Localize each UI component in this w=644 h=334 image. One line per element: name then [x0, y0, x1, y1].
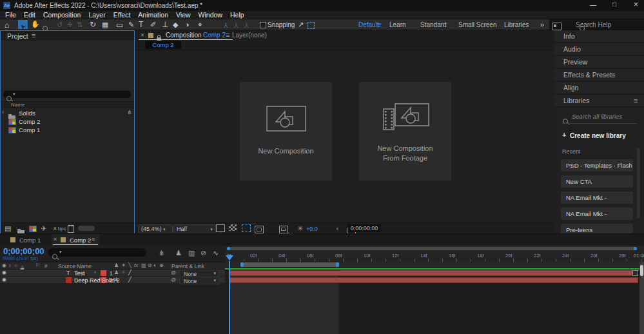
rectangle-tool[interactable]: ▭	[116, 21, 123, 29]
resolution-dropdown[interactable]: Half ▾	[173, 224, 216, 234]
new-composition-from-footage-card[interactable]: New Composition From Footage	[359, 82, 451, 181]
close-tab-icon[interactable]: ×	[54, 237, 57, 242]
tab-project[interactable]: Project	[7, 32, 28, 40]
pickwhip-icon[interactable]: @	[171, 270, 176, 275]
work-area-bar[interactable]	[240, 262, 339, 267]
help-search-input[interactable]: Search Help	[576, 21, 611, 28]
scrollbar-left-handle[interactable]	[227, 247, 230, 250]
tab-layer-label[interactable]: Layer	[232, 32, 248, 39]
playhead-line[interactable]	[229, 261, 230, 334]
roto-brush-tool[interactable]: ◑	[185, 21, 190, 28]
close-button[interactable]: ×	[634, 1, 638, 8]
workspace-menu-icon[interactable]: ≡	[378, 21, 382, 28]
menu-file[interactable]: File	[5, 11, 16, 19]
comp-marker-bin-icon[interactable]	[632, 270, 638, 276]
collapse-switch-icon[interactable]: ☀	[121, 270, 126, 275]
panel-tab-libraries[interactable]: Libraries	[554, 95, 644, 107]
color-depth-button[interactable]: 8 bpc	[54, 226, 66, 231]
workspace-overflow-icon[interactable]: »	[540, 21, 544, 28]
label-color-swatch[interactable]	[101, 270, 106, 276]
workspace-standard[interactable]: Standard	[420, 21, 447, 28]
orbit-camera-tool[interactable]: ↺	[57, 21, 63, 28]
column-name[interactable]: Name	[11, 102, 24, 108]
quality-switch-icon[interactable]: ╱	[128, 277, 132, 282]
eye-icon[interactable]: ◉	[2, 277, 6, 282]
menu-effect[interactable]: Effect	[113, 11, 131, 19]
current-timecode[interactable]: 0;00;00;00	[3, 246, 44, 256]
panel-tab-info[interactable]: Info	[554, 30, 644, 43]
dolly-camera-tool[interactable]: ⇅	[77, 21, 83, 28]
recent-library-item[interactable]: New CTA	[561, 175, 633, 188]
type-tool[interactable]: T	[139, 21, 143, 28]
timeline-tab-comp2[interactable]: × Comp 2 ≡	[52, 234, 99, 246]
vertical-scrollbar-thumb[interactable]	[640, 265, 643, 276]
menu-window[interactable]: Window	[199, 11, 222, 19]
panel-menu-icon[interactable]: ≡	[226, 32, 229, 39]
menu-help[interactable]: Help	[230, 11, 244, 19]
transparency-grid-icon[interactable]	[229, 224, 237, 231]
project-item-solids[interactable]: › Solids ⋔	[1, 109, 134, 117]
panel-tab-preview[interactable]: Preview	[554, 56, 644, 68]
horizontal-zoom-scrollbar[interactable]	[227, 247, 637, 250]
menu-view[interactable]: View	[176, 11, 191, 19]
tab-composition-label[interactable]: Composition	[166, 32, 202, 39]
quality-switch-icon[interactable]: ╱	[128, 270, 132, 275]
graph-editor-icon[interactable]: ∿	[213, 250, 219, 257]
safe-margins-icon[interactable]	[255, 226, 264, 233]
eraser-tool[interactable]: ◆	[173, 21, 178, 28]
maximize-button[interactable]: □	[612, 1, 616, 8]
exposure-icon[interactable]: ✳	[297, 225, 303, 232]
panel-menu-icon[interactable]: ≡	[92, 237, 95, 242]
snap-features-icon[interactable]	[307, 22, 315, 29]
clone-stamp-tool[interactable]: ⊥	[162, 21, 168, 28]
project-item-comp2[interactable]: Comp 2	[1, 117, 134, 126]
close-tab-icon[interactable]: ×	[141, 32, 144, 39]
menu-layer[interactable]: Layer	[88, 11, 105, 19]
layer-bar-deep-red-solid[interactable]	[229, 277, 638, 283]
magnification-dropdown[interactable]: (45.4%) ▾	[138, 224, 173, 234]
workspace-small-screen[interactable]: Small Screen	[458, 21, 496, 28]
eye-icon[interactable]: ◉	[2, 270, 6, 275]
local-axis-mode-icon[interactable]: Y	[224, 21, 228, 28]
panel-menu-icon[interactable]: ≡	[32, 32, 35, 39]
paper-plane-icon[interactable]: ✈	[41, 225, 46, 232]
interpret-footage-icon[interactable]: ▤	[5, 225, 11, 232]
show-snapshot-icon[interactable]: ◐	[336, 225, 340, 232]
selection-tool[interactable]: ➤	[18, 20, 28, 29]
recent-library-item[interactable]: NA Email Mkt - Template...	[561, 208, 633, 220]
frame-blending-icon[interactable]: ▥	[188, 250, 195, 257]
pen-tool[interactable]: ✎	[128, 21, 134, 28]
new-composition-card[interactable]: New Composition	[240, 82, 332, 181]
used-in-flowchart-icon[interactable]: ⋔	[127, 110, 132, 115]
shy-layers-icon[interactable]: ♟	[175, 250, 182, 257]
panel-tab-align[interactable]: Align	[554, 82, 644, 94]
expander-icon[interactable]: ›	[94, 270, 96, 275]
camera-tool[interactable]: ▦	[102, 21, 108, 28]
brush-tool[interactable]: ✐	[150, 21, 156, 28]
playhead-marker[interactable]	[226, 255, 233, 260]
menu-edit[interactable]: Edit	[24, 11, 35, 19]
minimize-button[interactable]: —	[590, 2, 596, 8]
motion-blur-icon[interactable]: ⊘	[200, 250, 206, 257]
timeline-tab-comp1[interactable]: Comp 1	[5, 234, 57, 246]
work-area-end-handle[interactable]	[336, 262, 339, 267]
snapping-checkbox[interactable]	[260, 22, 266, 28]
pan-camera-tool[interactable]: ✛	[67, 21, 73, 28]
world-axis-mode-icon[interactable]: Y	[234, 21, 239, 28]
footer-scrollbar-thumb[interactable]	[78, 226, 95, 231]
recent-library-item[interactable]: NA Email Mkt - Template...	[561, 192, 633, 204]
menu-composition[interactable]: Composition	[43, 11, 81, 19]
create-library-button[interactable]: Create new library	[570, 132, 626, 139]
libraries-scrollbar[interactable]	[637, 148, 640, 219]
project-item-comp1[interactable]: Comp 1	[1, 126, 134, 134]
mini-flowchart-icon[interactable]: ⋔	[159, 250, 164, 257]
layer-bar-test[interactable]	[229, 270, 638, 276]
new-composition-icon[interactable]	[29, 226, 37, 232]
layer-name[interactable]: Deep Red Solid 2	[74, 277, 120, 284]
tab-composition-comp-name[interactable]: Comp 2	[203, 32, 226, 39]
pickwhip-icon[interactable]: @	[171, 277, 176, 282]
workspace-libraries[interactable]: Libraries	[504, 21, 529, 28]
panel-tab-effects-presets[interactable]: Effects & Presets	[554, 69, 644, 81]
parent-dropdown[interactable]: None ▾	[179, 277, 219, 284]
viewer-timecode[interactable]: 0;00;00;00	[347, 224, 381, 232]
